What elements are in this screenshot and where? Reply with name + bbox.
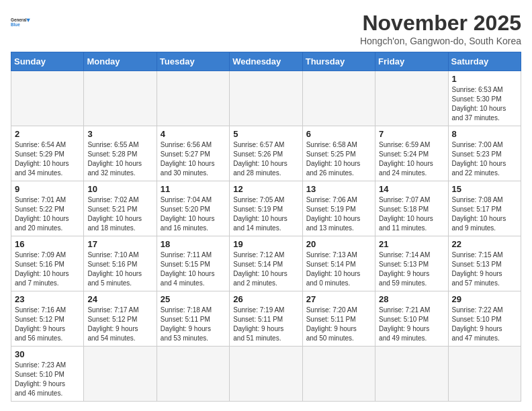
calendar-cell: 29Sunrise: 7:22 AM Sunset: 5:10 PM Dayli… bbox=[448, 291, 521, 347]
day-number: 9 bbox=[15, 184, 80, 194]
day-number: 3 bbox=[87, 129, 152, 139]
day-info: Sunrise: 6:54 AM Sunset: 5:29 PM Dayligh… bbox=[15, 140, 80, 178]
day-number: 25 bbox=[161, 294, 226, 304]
calendar-cell bbox=[11, 71, 84, 126]
calendar-cell: 22Sunrise: 7:15 AM Sunset: 5:13 PM Dayli… bbox=[448, 236, 521, 291]
day-info: Sunrise: 7:23 AM Sunset: 5:10 PM Dayligh… bbox=[15, 361, 80, 398]
calendar-cell: 30Sunrise: 7:23 AM Sunset: 5:10 PM Dayli… bbox=[11, 347, 84, 402]
calendar-cell bbox=[302, 71, 375, 126]
day-info: Sunrise: 6:57 AM Sunset: 5:26 PM Dayligh… bbox=[233, 140, 298, 178]
day-info: Sunrise: 7:14 AM Sunset: 5:13 PM Dayligh… bbox=[379, 250, 444, 288]
svg-marker-2 bbox=[26, 19, 30, 22]
month-title: November 2025 bbox=[360, 11, 521, 36]
day-info: Sunrise: 6:56 AM Sunset: 5:27 PM Dayligh… bbox=[161, 140, 226, 178]
logo: GeneralBlue bbox=[11, 11, 35, 35]
day-info: Sunrise: 7:10 AM Sunset: 5:16 PM Dayligh… bbox=[87, 250, 152, 288]
day-number: 4 bbox=[161, 129, 226, 139]
weekday-header: Friday bbox=[375, 52, 448, 71]
day-number: 7 bbox=[379, 129, 444, 139]
calendar-cell: 10Sunrise: 7:02 AM Sunset: 5:21 PM Dayli… bbox=[84, 181, 157, 236]
day-info: Sunrise: 7:21 AM Sunset: 5:10 PM Dayligh… bbox=[379, 306, 444, 343]
weekday-header: Tuesday bbox=[157, 52, 229, 71]
calendar-cell: 24Sunrise: 7:17 AM Sunset: 5:12 PM Dayli… bbox=[84, 291, 157, 347]
day-number: 23 bbox=[15, 294, 80, 304]
calendar-cell: 16Sunrise: 7:09 AM Sunset: 5:16 PM Dayli… bbox=[11, 236, 84, 291]
day-info: Sunrise: 7:11 AM Sunset: 5:15 PM Dayligh… bbox=[161, 250, 226, 288]
day-number: 2 bbox=[15, 129, 80, 139]
calendar-cell: 9Sunrise: 7:01 AM Sunset: 5:22 PM Daylig… bbox=[11, 181, 84, 236]
day-info: Sunrise: 6:53 AM Sunset: 5:30 PM Dayligh… bbox=[452, 85, 517, 123]
calendar-week-row: 9Sunrise: 7:01 AM Sunset: 5:22 PM Daylig… bbox=[11, 181, 521, 236]
location-subtitle: Hongch'on, Gangwon-do, South Korea bbox=[360, 36, 521, 46]
calendar-cell bbox=[230, 347, 302, 402]
day-number: 28 bbox=[379, 294, 444, 304]
day-info: Sunrise: 7:20 AM Sunset: 5:11 PM Dayligh… bbox=[306, 306, 371, 343]
calendar-cell: 21Sunrise: 7:14 AM Sunset: 5:13 PM Dayli… bbox=[375, 236, 448, 291]
calendar-cell: 14Sunrise: 7:07 AM Sunset: 5:18 PM Dayli… bbox=[375, 181, 448, 236]
logo-icon: GeneralBlue bbox=[11, 11, 35, 35]
page-header: GeneralBlue November 2025 Hongch'on, Gan… bbox=[11, 11, 521, 46]
calendar-cell: 3Sunrise: 6:55 AM Sunset: 5:28 PM Daylig… bbox=[84, 126, 157, 181]
day-number: 6 bbox=[306, 129, 371, 139]
calendar-cell: 1Sunrise: 6:53 AM Sunset: 5:30 PM Daylig… bbox=[448, 71, 521, 126]
day-number: 14 bbox=[379, 184, 444, 194]
calendar-cell: 6Sunrise: 6:58 AM Sunset: 5:25 PM Daylig… bbox=[302, 126, 375, 181]
day-number: 11 bbox=[161, 184, 226, 194]
calendar-cell: 12Sunrise: 7:05 AM Sunset: 5:19 PM Dayli… bbox=[230, 181, 302, 236]
day-number: 24 bbox=[87, 294, 152, 304]
day-number: 22 bbox=[452, 239, 517, 249]
day-info: Sunrise: 7:05 AM Sunset: 5:19 PM Dayligh… bbox=[233, 195, 298, 233]
day-number: 5 bbox=[233, 129, 298, 139]
day-number: 20 bbox=[306, 239, 371, 249]
weekday-header: Wednesday bbox=[230, 52, 302, 71]
svg-text:General: General bbox=[11, 17, 27, 22]
day-info: Sunrise: 7:19 AM Sunset: 5:11 PM Dayligh… bbox=[233, 306, 298, 343]
day-number: 1 bbox=[452, 74, 517, 84]
day-number: 15 bbox=[452, 184, 517, 194]
calendar-cell: 13Sunrise: 7:06 AM Sunset: 5:19 PM Dayli… bbox=[302, 181, 375, 236]
calendar-cell: 20Sunrise: 7:13 AM Sunset: 5:14 PM Dayli… bbox=[302, 236, 375, 291]
day-info: Sunrise: 7:08 AM Sunset: 5:17 PM Dayligh… bbox=[452, 195, 517, 233]
day-info: Sunrise: 6:59 AM Sunset: 5:24 PM Dayligh… bbox=[379, 140, 444, 178]
calendar-week-row: 16Sunrise: 7:09 AM Sunset: 5:16 PM Dayli… bbox=[11, 236, 521, 291]
calendar-cell: 2Sunrise: 6:54 AM Sunset: 5:29 PM Daylig… bbox=[11, 126, 84, 181]
day-info: Sunrise: 7:15 AM Sunset: 5:13 PM Dayligh… bbox=[452, 250, 517, 288]
calendar-cell: 18Sunrise: 7:11 AM Sunset: 5:15 PM Dayli… bbox=[157, 236, 229, 291]
day-info: Sunrise: 7:04 AM Sunset: 5:20 PM Dayligh… bbox=[161, 195, 226, 233]
day-number: 21 bbox=[379, 239, 444, 249]
day-info: Sunrise: 7:18 AM Sunset: 5:11 PM Dayligh… bbox=[161, 306, 226, 343]
calendar-cell bbox=[84, 71, 157, 126]
day-number: 13 bbox=[306, 184, 371, 194]
day-number: 10 bbox=[87, 184, 152, 194]
calendar-cell: 27Sunrise: 7:20 AM Sunset: 5:11 PM Dayli… bbox=[302, 291, 375, 347]
calendar-table: SundayMondayTuesdayWednesdayThursdayFrid… bbox=[11, 52, 521, 402]
calendar-cell bbox=[302, 347, 375, 402]
title-block: November 2025 Hongch'on, Gangwon-do, Sou… bbox=[360, 11, 521, 46]
day-number: 18 bbox=[161, 239, 226, 249]
day-number: 8 bbox=[452, 129, 517, 139]
day-number: 26 bbox=[233, 294, 298, 304]
weekday-header: Thursday bbox=[302, 52, 375, 71]
calendar-week-row: 1Sunrise: 6:53 AM Sunset: 5:30 PM Daylig… bbox=[11, 71, 521, 126]
day-info: Sunrise: 7:17 AM Sunset: 5:12 PM Dayligh… bbox=[87, 306, 152, 343]
calendar-cell: 11Sunrise: 7:04 AM Sunset: 5:20 PM Dayli… bbox=[157, 181, 229, 236]
calendar-week-row: 2Sunrise: 6:54 AM Sunset: 5:29 PM Daylig… bbox=[11, 126, 521, 181]
calendar-cell bbox=[157, 347, 229, 402]
day-info: Sunrise: 7:12 AM Sunset: 5:14 PM Dayligh… bbox=[233, 250, 298, 288]
day-info: Sunrise: 7:13 AM Sunset: 5:14 PM Dayligh… bbox=[306, 250, 371, 288]
calendar-cell: 7Sunrise: 6:59 AM Sunset: 5:24 PM Daylig… bbox=[375, 126, 448, 181]
day-info: Sunrise: 7:09 AM Sunset: 5:16 PM Dayligh… bbox=[15, 250, 80, 288]
day-number: 19 bbox=[233, 239, 298, 249]
day-number: 30 bbox=[15, 349, 80, 359]
calendar-cell: 17Sunrise: 7:10 AM Sunset: 5:16 PM Dayli… bbox=[84, 236, 157, 291]
weekday-header: Sunday bbox=[11, 52, 84, 71]
calendar-cell: 8Sunrise: 7:00 AM Sunset: 5:23 PM Daylig… bbox=[448, 126, 521, 181]
calendar-cell: 25Sunrise: 7:18 AM Sunset: 5:11 PM Dayli… bbox=[157, 291, 229, 347]
weekday-header: Saturday bbox=[448, 52, 521, 71]
calendar-cell: 5Sunrise: 6:57 AM Sunset: 5:26 PM Daylig… bbox=[230, 126, 302, 181]
calendar-cell bbox=[448, 347, 521, 402]
calendar-cell bbox=[375, 71, 448, 126]
calendar-cell: 4Sunrise: 6:56 AM Sunset: 5:27 PM Daylig… bbox=[157, 126, 229, 181]
day-number: 29 bbox=[452, 294, 517, 304]
calendar-cell: 28Sunrise: 7:21 AM Sunset: 5:10 PM Dayli… bbox=[375, 291, 448, 347]
